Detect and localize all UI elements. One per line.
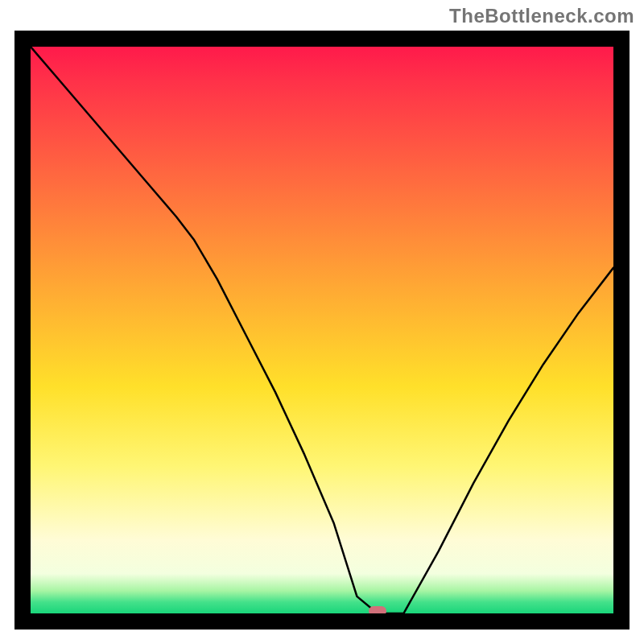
bottleneck-curve (31, 47, 613, 613)
chart-container: TheBottleneck.com (0, 0, 644, 644)
optimum-marker (369, 606, 386, 616)
watermark: TheBottleneck.com (449, 5, 634, 27)
plot-frame (14, 31, 630, 630)
